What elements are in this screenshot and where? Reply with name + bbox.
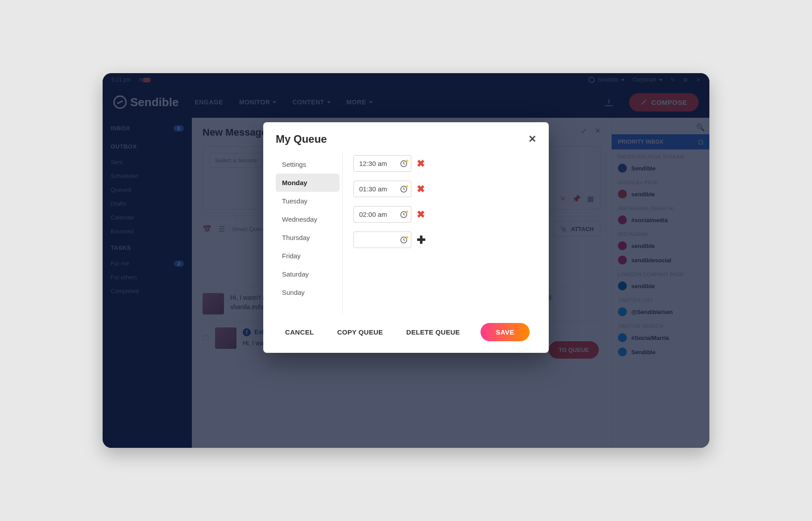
time-row: ★✖ — [353, 206, 536, 223]
day-friday[interactable]: Friday — [276, 247, 340, 265]
clock-icon[interactable]: ★ — [400, 236, 408, 244]
add-time-icon[interactable]: ✚ — [417, 234, 426, 246]
clock-icon[interactable]: ★ — [400, 185, 408, 193]
day-list: SettingsMondayTuesdayWednesdayThursdayFr… — [276, 153, 343, 313]
time-column: ★✖★✖★✖★✚ — [343, 153, 536, 313]
delete-queue-button[interactable]: DELETE QUEUE — [404, 324, 463, 340]
app-frame: 5:21 pm ✉15 Sendible Corporate ✎ ⚙ ✕ Sen… — [103, 73, 709, 448]
time-row: ★✖ — [353, 155, 536, 172]
queue-modal: My Queue ✕ SettingsMondayTuesdayWednesda… — [263, 122, 549, 353]
remove-time-icon[interactable]: ✖ — [417, 183, 425, 195]
day-saturday[interactable]: Saturday — [276, 265, 340, 283]
day-sunday[interactable]: Sunday — [276, 283, 340, 302]
cancel-button[interactable]: CANCEL — [282, 324, 316, 340]
remove-time-icon[interactable]: ✖ — [417, 209, 425, 220]
modal-title: My Queue — [276, 133, 327, 145]
clock-icon[interactable]: ★ — [400, 160, 408, 168]
day-thursday[interactable]: Thursday — [276, 228, 340, 247]
remove-time-icon[interactable]: ✖ — [417, 158, 425, 170]
time-row: ★✖ — [353, 181, 536, 197]
copy-queue-button[interactable]: COPY QUEUE — [335, 324, 386, 340]
day-settings[interactable]: Settings — [276, 155, 340, 174]
day-tuesday[interactable]: Tuesday — [276, 192, 340, 210]
time-row-add: ★✚ — [353, 232, 536, 248]
save-button[interactable]: SAVE — [481, 323, 530, 341]
clock-icon[interactable]: ★ — [400, 211, 408, 219]
modal-close-icon[interactable]: ✕ — [528, 133, 536, 145]
day-monday[interactable]: Monday — [276, 174, 340, 192]
day-wednesday[interactable]: Wednesday — [276, 210, 340, 228]
